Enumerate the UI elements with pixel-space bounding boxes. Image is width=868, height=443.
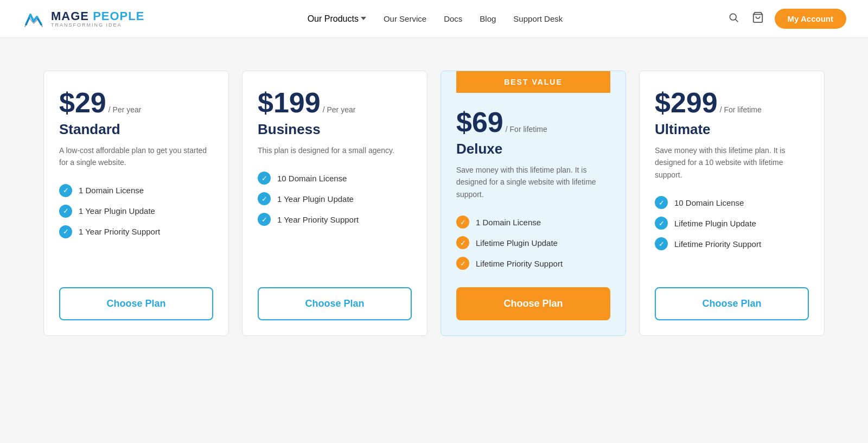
check-icon: ✓ xyxy=(655,237,668,250)
check-icon: ✓ xyxy=(258,172,271,185)
feature-text: 1 Year Priority Support xyxy=(277,215,359,224)
plan-desc: This plan is designed for a small agency… xyxy=(258,144,412,156)
best-value-badge: BEST VALUE xyxy=(456,71,610,93)
feature-text: 10 Domain License xyxy=(277,174,347,183)
plan-features: ✓ 10 Domain License ✓ 1 Year Plugin Upda… xyxy=(258,172,412,226)
price-period: / For lifetime xyxy=(720,105,762,114)
price-amount: $199 xyxy=(258,88,321,117)
feature-text: 1 Domain License xyxy=(79,186,144,195)
feature-item: ✓ 1 Year Priority Support xyxy=(59,225,213,238)
feature-text: Lifetime Priority Support xyxy=(476,259,563,268)
chevron-down-icon xyxy=(361,17,366,20)
price-period: / Per year xyxy=(323,105,356,114)
site-header: MAGE PEOPLE TRANSFORMING IDEA Our Produc… xyxy=(0,0,868,38)
price-period: / Per year xyxy=(108,105,142,114)
check-icon: ✓ xyxy=(456,216,469,229)
plan-features: ✓ 10 Domain License ✓ Lifetime Plugin Up… xyxy=(655,196,809,250)
feature-item: ✓ 1 Year Priority Support xyxy=(258,213,412,226)
feature-item: ✓ Lifetime Priority Support xyxy=(456,257,610,270)
price-amount: $299 xyxy=(655,88,718,117)
my-account-button[interactable]: My Account xyxy=(775,9,846,29)
plan-price: $69 / For lifetime xyxy=(456,108,610,136)
feature-text: Lifetime Plugin Update xyxy=(674,219,756,228)
check-icon: ✓ xyxy=(59,205,72,218)
feature-item: ✓ 10 Domain License xyxy=(258,172,412,185)
check-icon: ✓ xyxy=(59,184,72,197)
nav-blog[interactable]: Blog xyxy=(480,14,496,23)
logo-tagline: TRANSFORMING IDEA xyxy=(51,22,144,28)
feature-item: ✓ 10 Domain License xyxy=(655,196,809,209)
logo-icon xyxy=(22,7,46,31)
feature-item: ✓ 1 Year Plugin Update xyxy=(59,205,213,218)
feature-text: 1 Year Priority Support xyxy=(79,227,160,236)
feature-text: 1 Domain License xyxy=(476,218,541,227)
check-icon: ✓ xyxy=(456,257,469,270)
plan-name: Business xyxy=(258,121,412,138)
price-amount: $69 xyxy=(456,108,503,136)
svg-line-1 xyxy=(735,20,738,22)
plan-name: Ultimate xyxy=(655,121,809,138)
plan-name: Standard xyxy=(59,121,213,138)
search-icon xyxy=(728,12,739,23)
plan-features: ✓ 1 Domain License ✓ Lifetime Plugin Upd… xyxy=(456,216,610,270)
cart-button[interactable] xyxy=(750,9,766,28)
svg-point-0 xyxy=(730,14,736,20)
check-icon: ✓ xyxy=(258,192,271,205)
nav-docs[interactable]: Docs xyxy=(444,14,462,23)
feature-item: ✓ 1 Domain License xyxy=(59,184,213,197)
check-icon: ✓ xyxy=(456,236,469,249)
feature-text: 1 Year Plugin Update xyxy=(277,194,354,204)
logo[interactable]: MAGE PEOPLE TRANSFORMING IDEA xyxy=(22,7,144,31)
check-icon: ✓ xyxy=(655,196,668,209)
plan-desc: A low-cost affordable plan to get you st… xyxy=(59,144,213,169)
nav-support[interactable]: Support Desk xyxy=(513,14,563,23)
feature-item: ✓ Lifetime Priority Support xyxy=(655,237,809,250)
feature-text: Lifetime Plugin Update xyxy=(476,238,558,248)
plan-card-standard: $29 / Per year Standard A low-cost affor… xyxy=(43,71,229,336)
main-nav: Our Products Our Service Docs Blog Suppo… xyxy=(308,14,563,24)
choose-plan-button[interactable]: Choose Plan xyxy=(59,287,213,320)
plan-card-deluxe: BEST VALUE $69 / For lifetime Deluxe Sav… xyxy=(441,71,626,336)
nav-service[interactable]: Our Service xyxy=(384,14,426,23)
plan-features: ✓ 1 Domain License ✓ 1 Year Plugin Updat… xyxy=(59,184,213,238)
price-period: / For lifetime xyxy=(506,125,547,134)
feature-text: 1 Year Plugin Update xyxy=(79,206,155,216)
main-content: $29 / Per year Standard A low-cost affor… xyxy=(0,38,868,369)
plan-card-business: $199 / Per year Business This plan is de… xyxy=(242,71,427,336)
check-icon: ✓ xyxy=(258,213,271,226)
feature-text: Lifetime Priority Support xyxy=(674,239,761,249)
feature-item: ✓ Lifetime Plugin Update xyxy=(655,217,809,230)
plan-price: $299 / For lifetime xyxy=(655,88,809,117)
plan-price: $199 / Per year xyxy=(258,88,412,117)
choose-plan-button[interactable]: Choose Plan xyxy=(258,287,412,320)
plan-card-ultimate: $299 / For lifetime Ultimate Save money … xyxy=(639,71,825,336)
plan-desc: Save money with this lifetime plan. It i… xyxy=(456,164,610,200)
feature-item: ✓ Lifetime Plugin Update xyxy=(456,236,610,249)
feature-text: 10 Domain License xyxy=(674,198,744,207)
header-actions: My Account xyxy=(726,9,846,29)
plan-price: $29 / Per year xyxy=(59,88,213,117)
nav-products[interactable]: Our Products xyxy=(308,14,366,24)
plan-desc: Save money with this lifetime plan. It i… xyxy=(655,144,809,181)
cart-icon xyxy=(752,11,764,23)
check-icon: ✓ xyxy=(655,217,668,230)
feature-item: ✓ 1 Domain License xyxy=(456,216,610,229)
logo-name: MAGE PEOPLE xyxy=(51,10,144,22)
check-icon: ✓ xyxy=(59,225,72,238)
plans-grid: $29 / Per year Standard A low-cost affor… xyxy=(43,71,825,336)
choose-plan-button[interactable]: Choose Plan xyxy=(456,287,610,320)
search-button[interactable] xyxy=(726,10,741,28)
plan-name: Deluxe xyxy=(456,141,610,157)
feature-item: ✓ 1 Year Plugin Update xyxy=(258,192,412,205)
choose-plan-button[interactable]: Choose Plan xyxy=(655,287,809,320)
price-amount: $29 xyxy=(59,88,106,117)
